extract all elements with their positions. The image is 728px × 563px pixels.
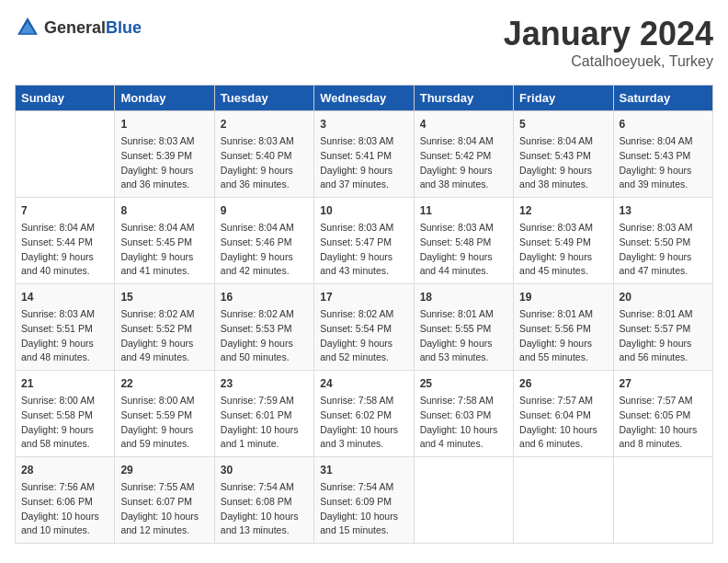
day-info: Sunrise: 7:54 AMSunset: 6:09 PMDaylight:… [320,480,407,538]
day-number: 11 [420,202,507,219]
calendar-cell: 30Sunrise: 7:54 AMSunset: 6:08 PMDayligh… [214,457,313,544]
calendar-cell: 12Sunrise: 8:03 AMSunset: 5:49 PMDayligh… [514,198,613,284]
day-number: 30 [221,462,308,478]
calendar-cell [16,111,115,198]
day-info: Sunrise: 8:01 AMSunset: 5:55 PMDaylight:… [420,307,507,365]
calendar-cell: 28Sunrise: 7:56 AMSunset: 6:06 PMDayligh… [16,457,115,544]
day-info: Sunrise: 8:00 AMSunset: 5:58 PMDaylight:… [21,394,108,452]
day-number: 24 [320,375,407,392]
calendar-cell: 9Sunrise: 8:04 AMSunset: 5:46 PMDaylight… [214,198,313,284]
col-header-saturday: Saturday [613,86,712,111]
day-number: 20 [620,289,707,305]
calendar-week-4: 21Sunrise: 8:00 AMSunset: 5:58 PMDayligh… [16,371,713,457]
calendar-table: SundayMondayTuesdayWednesdayThursdayFrid… [15,85,713,544]
day-number: 2 [221,116,308,132]
calendar-cell: 6Sunrise: 8:04 AMSunset: 5:43 PMDaylight… [613,111,712,198]
calendar-week-5: 28Sunrise: 7:56 AMSunset: 6:06 PMDayligh… [16,457,713,544]
day-info: Sunrise: 8:02 AMSunset: 5:52 PMDaylight:… [120,307,208,365]
calendar-cell: 11Sunrise: 8:03 AMSunset: 5:48 PMDayligh… [414,198,513,284]
day-info: Sunrise: 7:54 AMSunset: 6:08 PMDaylight:… [221,480,308,538]
day-info: Sunrise: 7:58 AMSunset: 6:03 PMDaylight:… [420,394,507,452]
calendar-cell: 26Sunrise: 7:57 AMSunset: 6:04 PMDayligh… [514,371,613,457]
day-number: 23 [221,375,308,392]
calendar-cell: 13Sunrise: 8:03 AMSunset: 5:50 PMDayligh… [613,198,712,284]
calendar-cell: 3Sunrise: 8:03 AMSunset: 5:41 PMDaylight… [314,111,414,198]
day-info: Sunrise: 8:04 AMSunset: 5:45 PMDaylight:… [120,221,208,279]
calendar-cell: 2Sunrise: 8:03 AMSunset: 5:40 PMDaylight… [214,111,313,198]
calendar-cell [414,457,513,544]
calendar-cell: 23Sunrise: 7:59 AMSunset: 6:01 PMDayligh… [214,371,313,457]
calendar-cell: 4Sunrise: 8:04 AMSunset: 5:42 PMDaylight… [414,111,513,198]
calendar-cell: 17Sunrise: 8:02 AMSunset: 5:54 PMDayligh… [314,284,414,371]
logo-general: General [44,18,106,37]
day-number: 29 [120,462,208,478]
day-number: 3 [320,116,407,132]
day-info: Sunrise: 8:03 AMSunset: 5:48 PMDaylight:… [420,221,507,279]
page-header: GeneralBlue January 2024 Catalhoeyuek, T… [15,15,713,70]
day-number: 10 [320,202,407,219]
day-number: 1 [120,116,208,132]
day-info: Sunrise: 7:57 AMSunset: 6:05 PMDaylight:… [620,394,707,452]
calendar-location: Catalhoeyuek, Turkey [504,53,713,70]
col-header-monday: Monday [115,86,214,111]
calendar-cell: 5Sunrise: 8:04 AMSunset: 5:43 PMDaylight… [514,111,613,198]
day-info: Sunrise: 8:03 AMSunset: 5:47 PMDaylight:… [320,221,407,279]
calendar-cell [613,457,712,544]
day-info: Sunrise: 8:03 AMSunset: 5:49 PMDaylight:… [519,221,607,279]
day-info: Sunrise: 8:04 AMSunset: 5:43 PMDaylight:… [620,134,707,192]
day-info: Sunrise: 8:04 AMSunset: 5:42 PMDaylight:… [420,134,507,192]
day-number: 4 [420,116,507,132]
calendar-cell: 1Sunrise: 8:03 AMSunset: 5:39 PMDaylight… [115,111,214,198]
day-info: Sunrise: 8:00 AMSunset: 5:59 PMDaylight:… [120,394,208,452]
logo-blue: Blue [106,18,142,37]
day-number: 16 [221,289,308,305]
calendar-title: January 2024 [504,15,713,53]
day-number: 17 [320,289,407,305]
day-number: 12 [519,202,607,219]
calendar-cell [514,457,613,544]
calendar-cell: 31Sunrise: 7:54 AMSunset: 6:09 PMDayligh… [314,457,414,544]
day-number: 7 [21,202,108,219]
day-number: 27 [620,375,707,392]
day-info: Sunrise: 7:56 AMSunset: 6:06 PMDaylight:… [21,480,108,538]
day-number: 5 [519,116,607,132]
col-header-tuesday: Tuesday [214,86,313,111]
day-info: Sunrise: 7:58 AMSunset: 6:02 PMDaylight:… [320,394,407,452]
day-number: 18 [420,289,507,305]
header-row: SundayMondayTuesdayWednesdayThursdayFrid… [16,86,713,111]
calendar-cell: 20Sunrise: 8:01 AMSunset: 5:57 PMDayligh… [613,284,712,371]
calendar-cell: 19Sunrise: 8:01 AMSunset: 5:56 PMDayligh… [514,284,613,371]
day-number: 21 [21,375,108,392]
day-info: Sunrise: 7:55 AMSunset: 6:07 PMDaylight:… [120,480,208,538]
day-number: 6 [620,116,707,132]
col-header-sunday: Sunday [16,86,115,111]
day-number: 19 [519,289,607,305]
day-number: 25 [420,375,507,392]
calendar-week-1: 1Sunrise: 8:03 AMSunset: 5:39 PMDaylight… [16,111,713,198]
calendar-cell: 25Sunrise: 7:58 AMSunset: 6:03 PMDayligh… [414,371,513,457]
calendar-cell: 22Sunrise: 8:00 AMSunset: 5:59 PMDayligh… [115,371,214,457]
day-info: Sunrise: 8:02 AMSunset: 5:54 PMDaylight:… [320,307,407,365]
col-header-thursday: Thursday [414,86,513,111]
day-number: 26 [519,375,607,392]
calendar-cell: 21Sunrise: 8:00 AMSunset: 5:58 PMDayligh… [16,371,115,457]
calendar-cell: 10Sunrise: 8:03 AMSunset: 5:47 PMDayligh… [314,198,414,284]
day-info: Sunrise: 8:03 AMSunset: 5:40 PMDaylight:… [221,134,308,192]
calendar-cell: 24Sunrise: 7:58 AMSunset: 6:02 PMDayligh… [314,371,414,457]
col-header-friday: Friday [514,86,613,111]
day-info: Sunrise: 8:02 AMSunset: 5:53 PMDaylight:… [221,307,308,365]
day-number: 13 [620,202,707,219]
logo: GeneralBlue [15,15,142,40]
day-number: 9 [221,202,308,219]
day-info: Sunrise: 8:04 AMSunset: 5:44 PMDaylight:… [21,221,108,279]
day-info: Sunrise: 8:03 AMSunset: 5:51 PMDaylight:… [21,307,108,365]
day-info: Sunrise: 8:03 AMSunset: 5:41 PMDaylight:… [320,134,407,192]
calendar-cell: 8Sunrise: 8:04 AMSunset: 5:45 PMDaylight… [115,198,214,284]
calendar-cell: 18Sunrise: 8:01 AMSunset: 5:55 PMDayligh… [414,284,513,371]
day-info: Sunrise: 8:01 AMSunset: 5:57 PMDaylight:… [620,307,707,365]
calendar-cell: 7Sunrise: 8:04 AMSunset: 5:44 PMDaylight… [16,198,115,284]
col-header-wednesday: Wednesday [314,86,414,111]
day-info: Sunrise: 7:57 AMSunset: 6:04 PMDaylight:… [519,394,607,452]
calendar-week-2: 7Sunrise: 8:04 AMSunset: 5:44 PMDaylight… [16,198,713,284]
day-info: Sunrise: 8:01 AMSunset: 5:56 PMDaylight:… [519,307,607,365]
